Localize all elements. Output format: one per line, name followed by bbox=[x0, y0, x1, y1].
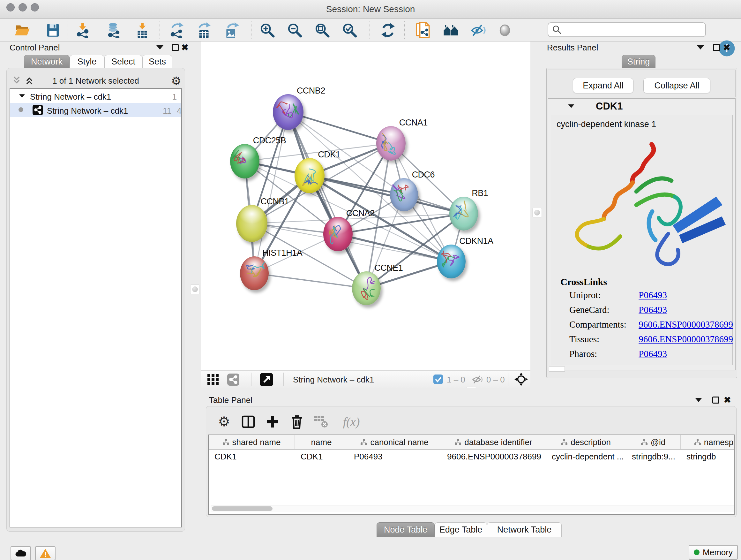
function-builder-button[interactable]: f(x) bbox=[337, 413, 366, 431]
table-panel-float-icon[interactable] bbox=[712, 396, 719, 403]
tab-network-table[interactable]: Network Table bbox=[487, 522, 562, 537]
export-image-button[interactable] bbox=[223, 22, 240, 39]
zoom-out-button[interactable] bbox=[286, 22, 303, 39]
clear-table-button[interactable] bbox=[312, 413, 330, 431]
results-panel-collapse-icon[interactable] bbox=[697, 45, 704, 50]
window-titlebar[interactable]: Session: New Session bbox=[0, 0, 741, 19]
network-node-CCNB1[interactable] bbox=[236, 205, 267, 242]
expand-all-button[interactable]: Expand All bbox=[573, 78, 633, 93]
tab-edge-table[interactable]: Edge Table bbox=[434, 522, 487, 537]
search-input[interactable] bbox=[564, 23, 705, 36]
warnings-button[interactable] bbox=[35, 546, 56, 560]
control-panel-collapse-icon[interactable] bbox=[156, 45, 163, 50]
network-collection-row[interactable]: String Network – cdk1 1 bbox=[10, 89, 181, 103]
export-table-button[interactable] bbox=[196, 22, 212, 39]
selected-checkbox-icon[interactable] bbox=[433, 374, 443, 384]
crosshair-icon[interactable] bbox=[515, 373, 528, 386]
crosslink-uniprot-link[interactable]: P06493 bbox=[638, 290, 667, 300]
table-horizontal-scrollbar[interactable] bbox=[211, 505, 735, 512]
network-node-CDK1[interactable] bbox=[294, 158, 325, 193]
tab-select[interactable]: Select bbox=[105, 55, 142, 68]
network-node-CCNB2[interactable] bbox=[273, 94, 304, 130]
results-panel-float-icon[interactable] bbox=[713, 44, 720, 51]
zoom-fit-button[interactable] bbox=[314, 22, 331, 39]
collection-expand-triangle[interactable] bbox=[19, 94, 25, 98]
import-network-from-database-button[interactable] bbox=[105, 22, 122, 39]
import-network-from-file-button[interactable] bbox=[75, 22, 91, 39]
zoom-selected-button[interactable] bbox=[341, 22, 358, 39]
crosslink-tissues-link[interactable]: 9606.ENSP00000378699 bbox=[638, 334, 733, 344]
collapse-all-button[interactable]: Collapse All bbox=[643, 78, 711, 93]
results-panel-close-icon[interactable]: ✖ bbox=[723, 44, 731, 52]
column-header-name[interactable]: name bbox=[295, 435, 348, 449]
network-view-icon[interactable] bbox=[227, 374, 239, 386]
network-node-CCNE1[interactable] bbox=[352, 271, 381, 305]
results-scrollbar-stub[interactable] bbox=[549, 367, 565, 372]
home-button[interactable] bbox=[443, 22, 460, 39]
share-document-button[interactable] bbox=[415, 22, 431, 39]
network-node-HIST1H1A[interactable] bbox=[240, 256, 269, 290]
toolbar-search[interactable] bbox=[548, 22, 706, 37]
right-splitter[interactable] bbox=[530, 42, 543, 388]
right-splitter-handle[interactable] bbox=[532, 208, 542, 217]
network-row-selected[interactable]: String Network – cdk1 11 48 bbox=[10, 103, 181, 117]
column-header-canonical-name[interactable]: canonical name bbox=[348, 435, 441, 449]
column-header-id[interactable]: @id bbox=[626, 435, 681, 449]
cell-id[interactable]: stringdb:9... bbox=[626, 450, 681, 463]
show-view-button[interactable] bbox=[496, 22, 513, 39]
cell-description[interactable]: cyclin-dependent ... bbox=[546, 450, 626, 463]
network-node-RB1[interactable] bbox=[449, 197, 478, 231]
left-splitter-handle[interactable] bbox=[190, 285, 200, 294]
tab-node-table[interactable]: Node Table bbox=[377, 522, 434, 537]
network-node-CCNA1[interactable] bbox=[376, 126, 406, 161]
cell-database-identifier[interactable]: 9606.ENSP00000378699 bbox=[441, 450, 546, 463]
network-canvas[interactable]: CCNB2CCNA1CDC25BCDK1CDC6RB1CCNB1CCNA2CDK… bbox=[201, 42, 530, 370]
toggle-graphics-details-button[interactable] bbox=[470, 22, 487, 39]
cell-shared-name[interactable]: CDK1 bbox=[209, 450, 295, 463]
open-session-button[interactable] bbox=[14, 22, 30, 39]
cell-namespace[interactable]: stringdb bbox=[681, 450, 735, 463]
zoom-in-button[interactable] bbox=[259, 22, 276, 39]
gene-collapse-triangle[interactable] bbox=[568, 105, 575, 108]
column-header-shared-name[interactable]: shared name bbox=[209, 435, 295, 449]
table-row[interactable]: CDK1 CDK1 P06493 9606.ENSP00000378699 cy… bbox=[209, 450, 734, 463]
results-panel-title: Results Panel bbox=[547, 43, 598, 53]
network-node-CDC6[interactable] bbox=[390, 178, 418, 211]
left-splitter[interactable] bbox=[188, 42, 201, 388]
column-header-description[interactable]: description bbox=[546, 435, 626, 449]
tab-network[interactable]: Network bbox=[24, 55, 70, 68]
column-header-database-identifier[interactable]: database identifier bbox=[441, 435, 546, 449]
memory-button[interactable]: Memory bbox=[689, 545, 738, 560]
import-table-from-file-button[interactable] bbox=[134, 22, 151, 39]
column-header-namespace[interactable]: namespace bbox=[681, 435, 735, 449]
crosslink-pharos-link[interactable]: P06493 bbox=[638, 349, 667, 359]
network-node-CDC25B[interactable] bbox=[230, 144, 259, 179]
gene-entry-header[interactable]: CDK1 bbox=[549, 99, 735, 114]
cell-canonical-name[interactable]: P06493 bbox=[348, 450, 441, 463]
refresh-button[interactable] bbox=[380, 22, 396, 39]
table-panel-close-icon[interactable]: ✖ bbox=[724, 396, 731, 405]
scrollbar-thumb[interactable] bbox=[212, 506, 273, 511]
add-column-button[interactable] bbox=[264, 413, 281, 431]
show-columns-button[interactable] bbox=[239, 413, 257, 431]
control-panel-close-icon[interactable]: ✖ bbox=[181, 44, 189, 52]
tab-sets[interactable]: Sets bbox=[142, 55, 172, 68]
network-node-CDKN1A[interactable] bbox=[437, 245, 466, 278]
hidden-eye-slash-icon[interactable] bbox=[472, 374, 484, 385]
control-panel-float-icon[interactable] bbox=[172, 44, 179, 51]
cell-name[interactable]: CDK1 bbox=[295, 450, 348, 463]
tab-style[interactable]: Style bbox=[70, 55, 105, 68]
crosslink-genecard-link[interactable]: P06493 bbox=[638, 305, 667, 315]
delete-column-button[interactable] bbox=[288, 413, 306, 431]
birdseye-view-icon[interactable] bbox=[260, 373, 273, 386]
export-network-button[interactable] bbox=[169, 22, 185, 39]
tab-string[interactable]: String bbox=[622, 55, 656, 68]
crosslink-compartments-link[interactable]: 9606.ENSP00000378699 bbox=[638, 319, 733, 329]
save-session-button[interactable] bbox=[45, 22, 61, 39]
network-node-CCNA2[interactable] bbox=[323, 217, 353, 251]
grid-view-icon[interactable] bbox=[207, 374, 222, 385]
table-settings-button[interactable]: ⚙ bbox=[215, 413, 233, 431]
network-options-gear-icon[interactable]: ⚙ bbox=[171, 75, 181, 87]
table-panel-collapse-icon[interactable] bbox=[695, 398, 702, 402]
cloud-status-button[interactable] bbox=[10, 546, 31, 560]
